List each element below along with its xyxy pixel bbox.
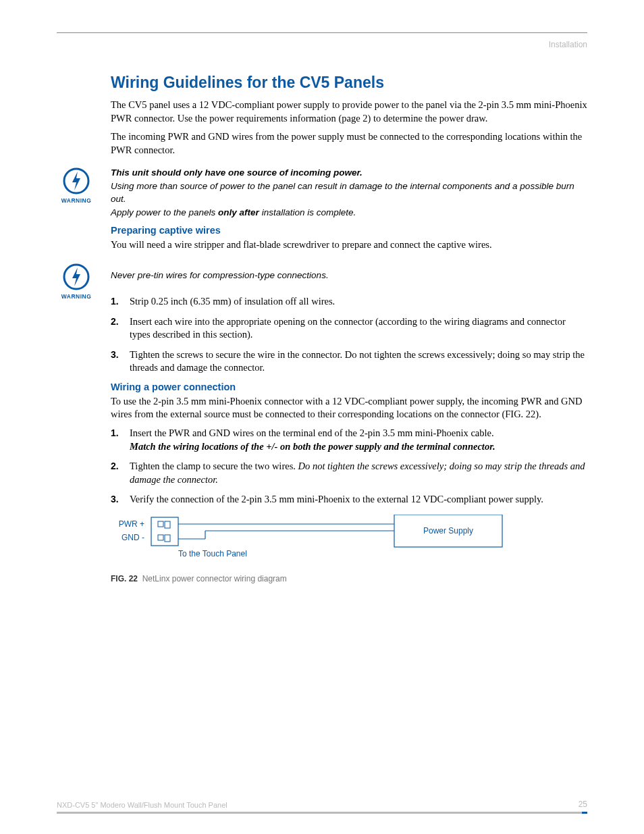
page-number: 25 <box>579 800 587 809</box>
intro-paragraph-1: The CV5 panel uses a 12 VDC-compliant po… <box>111 99 587 125</box>
svg-rect-4 <box>165 521 170 528</box>
list-item: Strip 0.25 inch (6.35 mm) of insulation … <box>111 295 587 309</box>
list-text-bold: Match the wiring locations of the +/- on… <box>130 441 495 452</box>
diagram-touch-label: To the Touch Panel <box>178 549 247 558</box>
warning-label: WARNING <box>57 293 96 300</box>
list-text: Insert the PWR and GND wires on the term… <box>130 427 494 438</box>
warning-bold: This unit should only have one source of… <box>111 167 363 178</box>
wiring-body: To use the 2-pin 3.5 mm mini-Phoenix con… <box>111 395 587 421</box>
list-item: Verify the connection of the 2-pin 3.5 m… <box>111 493 587 506</box>
warning-note-2: Never pre-tin wires for compression-type… <box>111 257 587 291</box>
list-text: Tighten the clamp to secure the two wire… <box>130 461 298 471</box>
warning-icon: WARNING <box>57 166 96 204</box>
subheading-wiring: Wiring a power connection <box>111 382 587 392</box>
preparing-list: Strip 0.25 inch (6.35 mm) of insulation … <box>111 295 587 375</box>
warning-line1: Using more than source of power to the p… <box>111 181 574 205</box>
svg-rect-6 <box>165 535 170 542</box>
warning-icon: WARNING <box>57 262 96 300</box>
list-item: Tighten the clamp to secure the two wire… <box>111 460 587 486</box>
diagram-pwr-label: PWR + <box>119 519 144 529</box>
warning-line2a: Apply power to the panels <box>111 207 218 217</box>
svg-rect-3 <box>158 521 163 527</box>
wiring-diagram: PWR + GND - To the Touch Panel Power Sup… <box>111 515 516 569</box>
warning-note-1: This unit should only have one source of… <box>111 166 587 219</box>
figure-caption: FIG. 22 NetLinx power connector wiring d… <box>111 574 587 583</box>
figure-caption-text: NetLinx power connector wiring diagram <box>142 574 287 583</box>
section-header: Installation <box>57 40 587 49</box>
page-title: Wiring Guidelines for the CV5 Panels <box>111 74 587 92</box>
warning-label: WARNING <box>57 197 96 204</box>
footer-title: NXD-CV5 5" Modero Wall/Flush Mount Touch… <box>57 801 227 809</box>
figure-label: FIG. 22 <box>111 574 138 583</box>
diagram-psu-label: Power Supply <box>423 526 473 536</box>
list-item: Insert the PWR and GND wires on the term… <box>111 427 587 453</box>
figure-22: PWR + GND - To the Touch Panel Power Sup… <box>111 515 587 583</box>
subheading-preparing: Preparing captive wires <box>111 225 587 236</box>
svg-rect-5 <box>158 535 163 540</box>
list-item: Tighten the screws to secure the wire in… <box>111 348 587 375</box>
preparing-body: You will need a wire stripper and flat-b… <box>111 238 587 252</box>
diagram-gnd-label: GND - <box>122 533 144 542</box>
warning-line2b: only after <box>218 207 259 217</box>
warning-line2c: installation is complete. <box>259 207 356 217</box>
intro-paragraph-2: The incoming PWR and GND wires from the … <box>111 130 587 157</box>
list-item: Insert each wire into the appropriate op… <box>111 315 587 342</box>
wiring-list: Insert the PWR and GND wires on the term… <box>111 427 587 506</box>
